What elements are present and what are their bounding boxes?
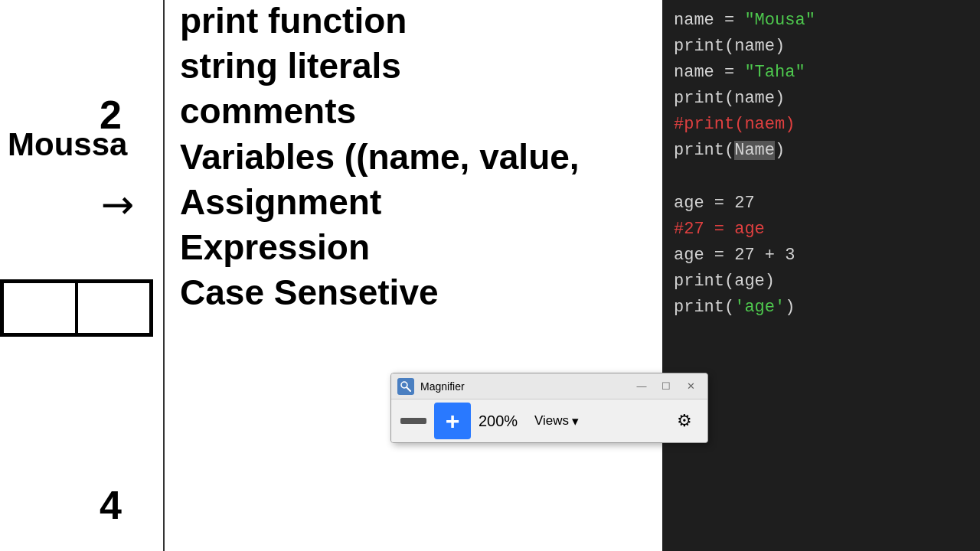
settings-gear-button[interactable]: ⚙ [671, 407, 698, 435]
views-button[interactable]: Views ▾ [528, 410, 585, 432]
code-token: "Mousa" [744, 11, 815, 30]
number-4: 4 [100, 482, 122, 528]
code-token: #print(naem) [674, 115, 795, 134]
code-token: ) [785, 298, 795, 317]
magnifier-window: Magnifier — ☐ ✕ + 200% Views ▾ ⚙ [390, 373, 708, 443]
code-line-9: age = 27 + 3 [674, 243, 969, 269]
code-token: print( [674, 141, 734, 160]
code-line-6: print(Name) [674, 138, 969, 164]
restore-button[interactable]: ☐ [655, 378, 677, 395]
code-line-4: print(name) [674, 86, 969, 112]
left-panel: 2 Moussa ↙ 4 [0, 0, 165, 551]
code-token: ) [775, 141, 785, 160]
plus-icon: + [446, 409, 460, 433]
code-line-2: print(name) [674, 34, 969, 60]
code-token: "Taha" [744, 63, 805, 82]
zoom-plus-button[interactable]: + [434, 403, 471, 439]
magnifier-titlebar: Magnifier — ☐ ✕ [391, 373, 707, 399]
code-token: print(age) [674, 272, 775, 291]
magnifier-title: Magnifier [420, 380, 465, 393]
code-token: name [674, 11, 724, 30]
zoom-level-display: 200% [479, 412, 521, 430]
code-token: = [724, 11, 744, 30]
code-token: = [724, 63, 744, 82]
code-token: age = 27 [674, 194, 755, 213]
views-label: Views [534, 413, 569, 429]
code-token: name [674, 63, 724, 82]
topic-string-literals: string literals [180, 45, 580, 87]
code-token: #27 = age [674, 220, 765, 239]
zoom-minus-button[interactable] [400, 418, 426, 424]
topic-list: print function string literals comments … [180, 0, 580, 317]
code-line-11: print('age') [674, 295, 969, 321]
window-controls: — ☐ ✕ [631, 378, 701, 395]
code-line-1: name = "Mousa" [674, 8, 969, 34]
box-2 [77, 282, 151, 334]
views-chevron-icon: ▾ [572, 413, 579, 429]
topic-assignment: Assignment [180, 181, 580, 223]
code-token: print( [674, 298, 734, 317]
topic-print-function: print function [180, 0, 580, 42]
code-token: age = 27 + 3 [674, 246, 795, 265]
code-line-7: age = 27 [674, 191, 969, 217]
titlebar-left: Magnifier [397, 378, 465, 395]
code-line-10: print(age) [674, 269, 969, 295]
code-line-blank [674, 165, 969, 191]
code-line-5: #print(naem) [674, 112, 969, 138]
magnifier-app-icon [397, 378, 414, 395]
middle-panel: print function string literals comments … [165, 0, 658, 551]
code-token: print(name) [674, 89, 785, 108]
topic-case-sensitive: Case Sensetive [180, 272, 580, 314]
gear-icon: ⚙ [677, 411, 692, 431]
close-button[interactable]: ✕ [680, 378, 701, 395]
code-panel: name = "Mousa" print(name) name = "Taha"… [662, 0, 980, 551]
code-token: 'age' [734, 298, 785, 317]
name-moussa: Moussa [8, 126, 127, 163]
boxes-grid [0, 279, 153, 337]
magnifier-body: + 200% Views ▾ ⚙ [391, 399, 707, 442]
topic-variables: Variables ((name, value, [180, 136, 580, 178]
code-token: print(name) [674, 37, 785, 56]
code-line-8: #27 = age [674, 217, 969, 243]
topic-comments: comments [180, 90, 580, 132]
topic-expression: Expression [180, 227, 580, 269]
code-line-3: name = "Taha" [674, 60, 969, 86]
svg-line-1 [407, 387, 411, 391]
boxes-area [0, 279, 161, 341]
minimize-button[interactable]: — [631, 378, 652, 395]
arrow-indicator: ↙ [88, 178, 145, 235]
code-token-highlight: Name [734, 141, 775, 160]
box-1 [2, 282, 77, 334]
